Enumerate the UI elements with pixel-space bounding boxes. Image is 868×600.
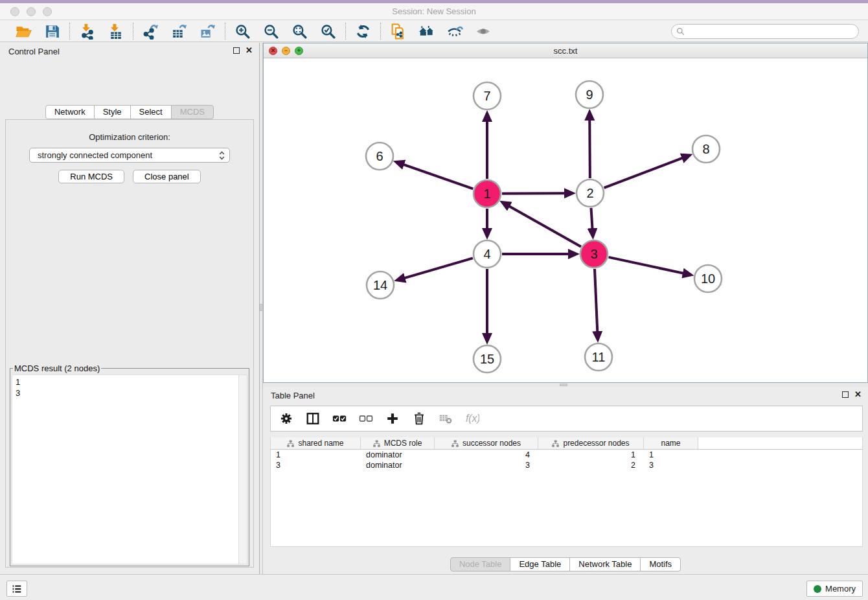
vertical-splitter-handle[interactable] [260,304,262,311]
table-cell[interactable]: 2 [538,460,644,470]
edge-3-10[interactable] [608,257,689,275]
import-table-button[interactable] [107,23,124,40]
zoom-in-button[interactable] [234,23,251,40]
table-cell[interactable]: 1 [538,450,644,460]
close-panel-button[interactable]: Close panel [133,170,201,183]
task-history-button[interactable] [6,581,27,597]
export-table-icon [171,23,187,40]
column-header-shared-name[interactable]: shared name [271,437,361,449]
result-scrollbar[interactable] [238,375,247,564]
table-float-panel-icon[interactable] [842,391,849,398]
apply-layout-button[interactable] [354,23,372,40]
zoom-selected-button[interactable] [319,23,337,40]
tab-motifs[interactable]: Motifs [640,557,681,571]
deselect-all-icon [359,411,373,426]
table-row[interactable]: 1dominator411 [271,450,862,460]
delete-table-icon [439,411,453,426]
edge-2-3[interactable] [591,208,593,235]
select-all-button[interactable] [332,411,347,426]
delete-column-button[interactable] [411,411,427,426]
edge-1-2[interactable] [502,193,571,194]
edge-4-14[interactable] [399,258,473,279]
criterion-dropdown[interactable]: strongly connected component [29,148,230,163]
hide-eye-icon [447,23,463,40]
tab-node-table[interactable]: Node Table [450,557,511,571]
first-neighbors-button[interactable] [418,23,435,40]
import-table-icon [108,23,124,40]
edge-3-1[interactable] [504,203,581,247]
zoom-out-button[interactable] [262,23,280,40]
trash-icon [412,411,426,426]
column-header-label: MCDS role [384,439,422,448]
mcds-result-list[interactable]: 13 [12,375,238,564]
node-14-label: 14 [373,278,387,292]
table-cell[interactable]: 4 [435,450,538,460]
run-mcds-button[interactable]: Run MCDS [58,170,124,183]
node-7-label: 7 [483,89,490,103]
deselect-all-button[interactable] [358,411,374,426]
export-image-icon [200,23,216,40]
control-panel: Control Panel ✕ NetworkStyleSelectMCDS O… [0,43,259,574]
create-column-button[interactable] [385,411,400,426]
tab-edge-table[interactable]: Edge Table [510,557,570,571]
save-icon [44,23,60,40]
edge-1-6[interactable] [398,163,473,189]
node-15-label: 15 [480,352,494,366]
search-box[interactable] [671,24,859,39]
table-row[interactable]: 3dominator323 [271,460,862,470]
main-toolbar [0,21,868,42]
edge-2-9[interactable] [589,114,590,178]
table-cell[interactable]: dominator [361,450,435,460]
plus-icon [385,411,400,426]
table-settings-button[interactable] [279,411,294,426]
column-header-name[interactable]: name [644,437,698,449]
horizontal-splitter-handle[interactable] [560,384,567,386]
float-panel-icon[interactable] [233,47,240,54]
delete-table-button [438,411,453,426]
function-builder-button: f(x) [464,411,480,426]
column-header-label: shared name [298,439,343,448]
application-window: Session: New Session Control Panel ✕ Net… [0,0,868,600]
edge-3-11[interactable] [595,269,598,338]
tab-network-table[interactable]: Network Table [569,557,641,571]
tab-mcds[interactable]: MCDS [171,105,214,119]
table-cell[interactable]: 3 [644,460,698,470]
export-image-button[interactable] [199,23,216,40]
zoom-selected-icon [320,23,336,40]
export-network-button[interactable] [142,23,159,40]
table-cell[interactable]: 3 [271,460,361,470]
search-input[interactable] [685,25,858,38]
column-header-MCDS-role[interactable]: MCDS role [361,437,435,449]
close-panel-icon[interactable]: ✕ [246,47,253,54]
tab-network[interactable]: Network [45,105,95,119]
tab-select[interactable]: Select [130,105,172,119]
export-table-button[interactable] [170,23,188,40]
hide-selected-button[interactable] [446,23,464,40]
zoom-fit-button[interactable] [291,23,308,40]
import-network-button[interactable] [78,23,96,40]
table-cell[interactable]: 1 [644,450,698,460]
table-cell[interactable]: 3 [435,460,538,470]
column-header-predecessor-nodes[interactable]: predecessor nodes [538,437,644,449]
table-cell[interactable]: 1 [271,450,361,460]
toggle-panel-button[interactable] [305,411,321,426]
mcds-result-box: MCDS result (2 nodes) 13 [10,363,249,566]
network-view-titlebar[interactable]: ✕ − + scc.txt [264,43,867,58]
save-session-button[interactable] [43,23,61,40]
open-session-button[interactable] [15,23,32,40]
table-panel: Table Panel ✕ f(x) shared nameMCDS roles… [263,387,868,574]
gear-icon [279,411,293,426]
tab-style[interactable]: Style [94,105,131,119]
toolbar-group [346,23,380,40]
new-network-from-selection-button[interactable] [389,23,407,40]
edge-2-8[interactable] [604,156,688,188]
table-cell[interactable]: dominator [361,460,435,470]
tree-icon [373,440,380,447]
toolbar-group [70,23,133,40]
network-canvas[interactable]: 7968124314101511 [264,58,867,382]
table-close-panel-icon[interactable]: ✕ [854,391,862,398]
memory-button-label: Memory [825,584,856,594]
select-all-icon [332,411,347,426]
memory-button[interactable]: Memory [806,581,863,597]
column-header-successor-nodes[interactable]: successor nodes [435,437,538,449]
